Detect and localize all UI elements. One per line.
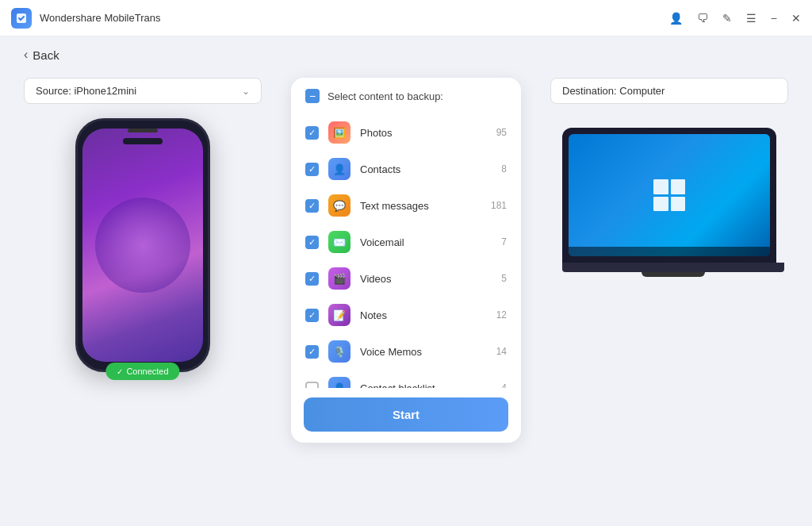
menu-icon[interactable]: ☰	[746, 12, 756, 25]
content-area: Source: iPhone12mini ⌄ Connected	[24, 70, 788, 526]
item-name: Contacts	[360, 163, 478, 175]
item-count: 4	[488, 382, 507, 388]
start-button[interactable]: Start	[304, 397, 508, 432]
title-bar: Wondershare MobileTrans 👤 🗨 ✎ ☰ − ✕	[0, 0, 812, 36]
phone-speaker	[128, 129, 158, 132]
contacts-icon: 👤	[328, 158, 350, 180]
list-item[interactable]: 🖼️Photos95	[291, 114, 521, 151]
item-name: Notes	[360, 309, 478, 321]
checkbox-voicemail[interactable]	[305, 236, 319, 249]
photos-icon: 🖼️	[328, 121, 350, 144]
backup-header-text: Select content to backup:	[327, 90, 443, 102]
item-name: Voice Memos	[360, 346, 478, 358]
minimize-icon[interactable]: −	[771, 12, 777, 25]
checkbox-voicememos[interactable]	[305, 345, 319, 359]
destination-label: Destination: Computer	[550, 78, 788, 104]
edit-icon[interactable]: ✎	[722, 12, 732, 25]
destination-panel: Destination: Computer	[550, 78, 788, 272]
list-item[interactable]: 👤Contacts8	[291, 151, 521, 187]
laptop-base	[562, 263, 784, 272]
item-count: 12	[488, 309, 507, 321]
blacklist-icon: 👤	[328, 377, 350, 388]
laptop-screen-inner	[569, 134, 770, 256]
select-all-icon[interactable]	[305, 89, 320, 103]
backup-panel: Select content to backup: 🖼️Photos95👤Con…	[291, 78, 521, 443]
laptop-image	[562, 128, 776, 272]
phone-body	[75, 118, 210, 372]
item-count: 7	[488, 236, 507, 248]
list-item[interactable]: ✉️Voicemail7	[291, 224, 521, 260]
back-button[interactable]: ‹ Back	[24, 36, 788, 70]
list-item[interactable]: 🎙️Voice Memos14	[291, 333, 521, 370]
backup-list: 🖼️Photos95👤Contacts8💬Text messages181✉️V…	[291, 111, 521, 388]
screen-circle	[95, 198, 190, 293]
item-name: Contact blacklist	[360, 382, 478, 389]
app-logo	[11, 8, 32, 29]
phone-image: Connected	[75, 118, 210, 372]
back-chevron-icon: ‹	[24, 48, 28, 62]
checkbox-messages[interactable]	[305, 199, 319, 213]
list-item[interactable]: 🎬Videos5	[291, 260, 521, 297]
checkbox-blacklist[interactable]	[305, 382, 319, 389]
checkbox-videos[interactable]	[305, 272, 319, 286]
laptop-screen-outer	[562, 128, 776, 263]
connected-badge: Connected	[105, 363, 179, 380]
item-count: 181	[488, 200, 507, 211]
back-label: Back	[33, 48, 59, 62]
source-panel: Source: iPhone12mini ⌄ Connected	[24, 78, 262, 372]
close-icon[interactable]: ✕	[791, 12, 801, 25]
list-item[interactable]: 📝Notes12	[291, 297, 521, 333]
backup-header: Select content to backup:	[291, 78, 521, 111]
item-count: 8	[488, 163, 507, 175]
connected-text: Connected	[126, 367, 168, 376]
notes-icon: 📝	[328, 304, 350, 326]
item-count: 14	[488, 346, 507, 357]
item-count: 5	[488, 273, 507, 284]
checkbox-contacts[interactable]	[305, 163, 319, 176]
checkbox-notes[interactable]	[305, 309, 319, 322]
phone-notch	[123, 138, 163, 144]
item-name: Voicemail	[360, 236, 478, 248]
laptop-body	[562, 128, 776, 272]
item-name: Photos	[360, 127, 478, 139]
item-count: 95	[488, 127, 507, 138]
item-name: Videos	[360, 273, 478, 285]
videos-icon: 🎬	[328, 267, 350, 290]
phone-screen	[82, 129, 203, 362]
app-title: Wondershare MobileTrans	[40, 12, 160, 24]
item-name: Text messages	[360, 200, 478, 212]
voicememos-icon: 🎙️	[328, 340, 350, 363]
window-controls: 👤 🗨 ✎ ☰ − ✕	[669, 12, 801, 25]
source-label: Source: iPhone12mini	[36, 85, 136, 97]
checkbox-photos[interactable]	[305, 126, 319, 140]
windows-logo-icon	[653, 179, 685, 211]
main-content: ‹ Back Source: iPhone12mini ⌄ Connected	[0, 36, 812, 526]
user-icon[interactable]: 👤	[669, 12, 683, 25]
messages-icon: 💬	[328, 194, 350, 217]
list-item[interactable]: 💬Text messages181	[291, 187, 521, 224]
voicemail-icon: ✉️	[328, 231, 350, 253]
chat-icon[interactable]: 🗨	[697, 12, 708, 25]
dropdown-chevron-icon: ⌄	[242, 86, 250, 97]
source-dropdown[interactable]: Source: iPhone12mini ⌄	[24, 78, 262, 104]
list-item[interactable]: 👤Contact blacklist4	[291, 370, 521, 388]
taskbar	[569, 247, 770, 256]
